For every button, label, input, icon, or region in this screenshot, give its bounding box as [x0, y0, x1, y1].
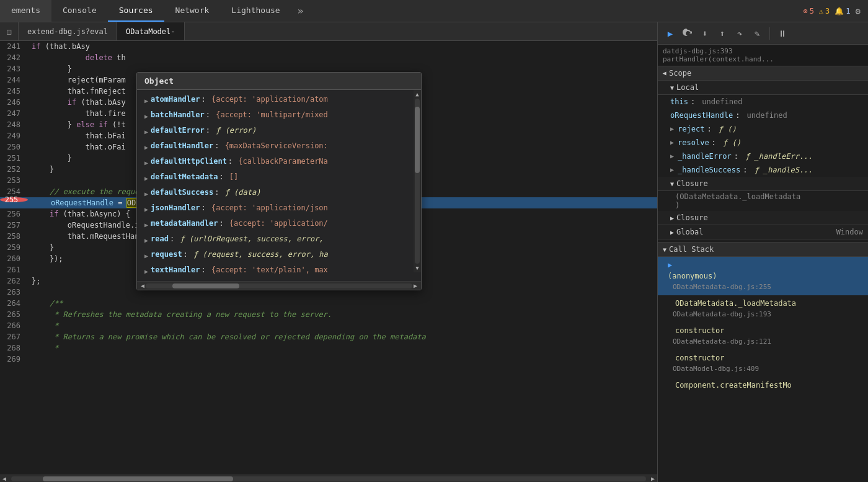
- code-line: 264 /**: [0, 298, 657, 309]
- tab-lighthouse[interactable]: Lighthouse: [220, 0, 291, 22]
- file-tab-odata-model[interactable]: ODataModel-: [117, 22, 184, 40]
- popup-item[interactable]: ▶ defaultSuccess: ƒ (data): [137, 185, 421, 201]
- closure-sublabel: (ODataMetadata._loadMetadata): [658, 191, 868, 211]
- code-horizontal-scrollbar[interactable]: ◀ ▶: [0, 475, 657, 482]
- popup-title: Object: [137, 73, 421, 90]
- expand-icon[interactable]: ▶: [144, 266, 148, 277]
- expand-icon[interactable]: ▶: [144, 173, 148, 184]
- popup-item[interactable]: ▶ read: ƒ (urlOrRequest, success, error,: [137, 232, 421, 248]
- callstack-item-createmanifest[interactable]: Component.createManifestMo: [658, 377, 868, 393]
- expand-icon[interactable]: ▶: [144, 127, 148, 138]
- callstack-item-loadmetadata[interactable]: ODataMetadata._loadMetadata ODataMetadat…: [658, 295, 868, 323]
- pause-on-exceptions-button[interactable]: ⏸: [775, 26, 790, 41]
- scroll-thumb[interactable]: [415, 107, 420, 172]
- code-editor[interactable]: 241 if (that.bAsy 242 delete th 243 } 24…: [0, 41, 657, 475]
- error-icon: ⊗: [803, 7, 807, 16]
- callstack-arrow: ▼: [663, 246, 666, 253]
- callstack-item-constructor1[interactable]: constructor ODataMetadata-dbg.js:121: [658, 323, 868, 350]
- popup-item[interactable]: ▶ defaultMetadata: []: [137, 170, 421, 185]
- popup-item[interactable]: ▶ defaultError: ƒ (error): [137, 123, 421, 139]
- scroll-thumb[interactable]: [43, 476, 233, 481]
- expand-icon[interactable]: ▶: [144, 142, 148, 153]
- nav-right-section: ⊗ 5 ⚠ 3 🔔 1 ⚙: [803, 6, 868, 16]
- deactivate-breakpoints-button[interactable]: ✎: [750, 26, 764, 41]
- step-out-button[interactable]: ⬆: [715, 26, 730, 41]
- debug-toolbar: ▶ ⬇ ⬆ ↷ ✎ ⏸: [658, 22, 868, 45]
- popup-item[interactable]: ▶ jsonHandler: {accept: 'application/jso…: [137, 201, 421, 216]
- global-section-header[interactable]: ▶ Global Window: [658, 225, 868, 239]
- code-panel: ◫ extend-dbg.js?eval ODataModel- 241 if …: [0, 22, 657, 482]
- popup-item[interactable]: ▶ batchHandler: {accept: 'multipart/mixe…: [137, 108, 421, 123]
- callstack-item-constructor2[interactable]: constructor ODataModel-dbg.js:409: [658, 350, 868, 377]
- closure1-arrow: ▼: [670, 181, 674, 187]
- current-frame-icon: ▶: [668, 261, 672, 269]
- local-section-header[interactable]: ▼ Local: [658, 81, 868, 95]
- scroll-track: [11, 476, 646, 481]
- popup-item[interactable]: ▶ atomHandler: {accept: 'application/ato…: [137, 92, 421, 108]
- expand-icon[interactable]: ▶: [144, 204, 148, 215]
- tab-console[interactable]: Console: [51, 0, 108, 22]
- code-line: 265 * Refreshes the metadata creating a …: [0, 309, 657, 320]
- call-info: datdjs-dbg.js:393 partHandler(context.ha…: [658, 45, 868, 66]
- right-panel-content[interactable]: ▼ Scope ▼ Local this : undefined oReques…: [658, 66, 868, 482]
- popup-item[interactable]: ▶ defaultHandler: {maxDataServiceVersion…: [137, 139, 421, 154]
- global-arrow: ▶: [670, 229, 674, 236]
- info-badge[interactable]: 🔔 1: [835, 7, 850, 16]
- scroll-left-arrow[interactable]: ◀: [140, 282, 146, 289]
- tab-elements[interactable]: ements: [0, 0, 51, 22]
- step-over-button[interactable]: [680, 26, 695, 41]
- call-stack-section-header[interactable]: ▼ Call Stack: [658, 242, 868, 257]
- scroll-right-icon[interactable]: ▶: [649, 475, 657, 482]
- file-tabs-bar: ◫ extend-dbg.js?eval ODataModel-: [0, 22, 657, 41]
- right-panel: ▶ ⬇ ⬆ ↷ ✎ ⏸ datdjs-dbg.js:393 partHandle…: [657, 22, 868, 482]
- popup-item[interactable]: ▶ defaultHttpClient: {callbackParameterN…: [137, 154, 421, 170]
- callstack-item-anonymous[interactable]: ▶ (anonymous) ODataMetadata-dbg.js:255: [658, 257, 868, 295]
- sidebar-toggle-button[interactable]: ◫: [0, 22, 19, 41]
- scroll-up-arrow[interactable]: ▲: [415, 91, 418, 97]
- popup-horizontal-scrollbar[interactable]: ◀ ▶: [137, 281, 421, 290]
- info-icon: 🔔: [835, 7, 844, 16]
- popup-content[interactable]: ▶ atomHandler: {accept: 'application/ato…: [137, 90, 421, 281]
- divider: [769, 27, 770, 40]
- step-into-button[interactable]: ⬇: [698, 26, 712, 41]
- expand-icon[interactable]: ▶: [144, 220, 148, 231]
- error-badge[interactable]: ⊗ 5: [803, 7, 813, 16]
- scope-item-this: this : undefined: [658, 95, 868, 109]
- scroll-left-icon[interactable]: ◀: [0, 475, 9, 482]
- main-content: ◫ extend-dbg.js?eval ODataModel- 241 if …: [0, 22, 868, 482]
- scope-item-handlesuccess: ▶ _handleSuccess : ƒ _handleS...: [658, 163, 868, 177]
- scroll-thumb-h[interactable]: [172, 283, 239, 288]
- scroll-track: [415, 99, 420, 264]
- popup-item[interactable]: ▶ request: ƒ (request, success, error, h…: [137, 248, 421, 263]
- closure1-section-header[interactable]: ▼ Closure: [658, 177, 868, 191]
- expand-icon[interactable]: ▶: [144, 189, 148, 200]
- code-line: 241 if (that.bAsy: [0, 41, 657, 52]
- resume-button[interactable]: ▶: [663, 26, 678, 41]
- code-line: 266 *: [0, 320, 657, 331]
- expand-icon[interactable]: ▶: [144, 158, 148, 169]
- expand-icon[interactable]: ▶: [144, 111, 148, 122]
- scroll-right-arrow[interactable]: ▶: [412, 282, 418, 289]
- file-tab-extend-dbg[interactable]: extend-dbg.js?eval: [19, 22, 117, 40]
- scroll-down-arrow[interactable]: ▼: [415, 265, 418, 271]
- more-tabs-button[interactable]: »: [291, 5, 310, 17]
- code-line: 269: [0, 354, 657, 365]
- warning-badge[interactable]: ⚠ 3: [819, 7, 830, 16]
- popup-item[interactable]: ▶ metadataHandler: {accept: 'application…: [137, 216, 421, 232]
- tab-sources[interactable]: Sources: [108, 0, 164, 22]
- scope-item-reject: ▶ reject : ƒ (): [658, 122, 868, 136]
- scope-section-header[interactable]: ▼ Scope: [658, 66, 868, 81]
- expand-icon[interactable]: ▶: [144, 251, 148, 262]
- local-arrow: ▼: [670, 84, 674, 91]
- closure2-arrow: ▶: [670, 215, 674, 221]
- popup-vertical-scrollbar[interactable]: ▲ ▼: [414, 90, 421, 272]
- settings-icon[interactable]: ⚙: [856, 6, 861, 16]
- step-button[interactable]: ↷: [732, 26, 747, 41]
- popup-item[interactable]: ▶ textHandler: {accept: 'text/plain', ma…: [137, 263, 421, 279]
- closure2-section-header[interactable]: ▶ Closure: [658, 211, 868, 225]
- expand-icon[interactable]: ▶: [144, 235, 148, 246]
- tab-network[interactable]: Network: [164, 0, 221, 22]
- code-line: 267 * Returns a new promise which can be…: [0, 331, 657, 342]
- expand-icon[interactable]: ▶: [144, 96, 148, 107]
- object-popup: Object ▶ atomHandler: {accept: 'applicat…: [136, 72, 422, 290]
